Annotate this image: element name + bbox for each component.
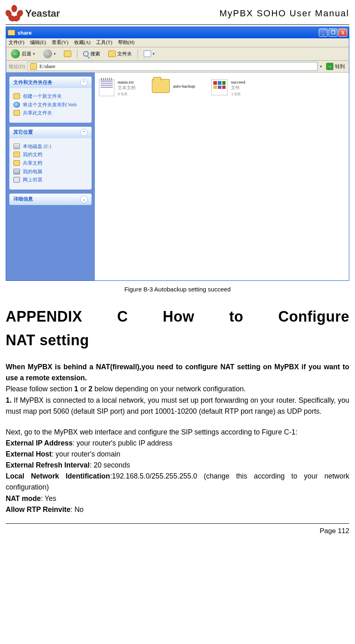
details-title: 详细信息 (13, 196, 33, 203)
file-succeed[interactable]: succeed 文件 1 KB (211, 79, 245, 97)
folder-icon (152, 79, 170, 93)
views-icon (144, 51, 151, 57)
place-network[interactable]: 网上邻居 (13, 177, 88, 183)
details-panel: 详细信息 ⌄ (9, 194, 92, 205)
places-title: 其它位置 (13, 129, 33, 136)
search-button[interactable]: 搜索 (81, 50, 103, 58)
task-new-folder[interactable]: 创建一个新文件夹 (13, 93, 88, 100)
menu-help[interactable]: 帮助(H) (118, 39, 135, 46)
places-panel: 其它位置 ⌃ 本地磁盘 (E:) 我的文档 共享文档 我的电脑 网上邻居 (9, 127, 92, 190)
page-header: Yeastar MyPBX SOHO User Manual (6, 3, 349, 24)
file-auto-backup[interactable]: auto-backup (152, 79, 195, 93)
file-size: 1 KB (231, 91, 245, 97)
minimize-button[interactable]: _ (319, 29, 328, 37)
toolbar: ← 后退 ▾ → ▾ 搜索 文件夹 ▾ (6, 47, 349, 61)
computer-icon (13, 169, 20, 174)
search-icon (83, 51, 89, 57)
back-label: 后退 (22, 51, 31, 57)
task-publish-web[interactable]: 将这个文件夹发布到 Web (13, 102, 88, 108)
file-name: auto-backup (173, 83, 195, 89)
forward-button[interactable]: → ▾ (41, 49, 58, 59)
collapse-icon[interactable]: ⌃ (80, 79, 88, 86)
expand-icon[interactable]: ⌄ (80, 196, 88, 203)
menu-view[interactable]: 查看(V) (52, 39, 68, 46)
brand-logo: Yeastar (6, 5, 60, 22)
shared-docs-icon (13, 160, 20, 166)
separator (77, 49, 77, 58)
place-my-computer[interactable]: 我的电脑 (13, 169, 88, 175)
new-folder-icon (13, 93, 20, 99)
place-shared-docs[interactable]: 共享文档 (13, 160, 88, 167)
details-header[interactable]: 详细信息 ⌄ (9, 194, 92, 205)
globe-icon (13, 102, 20, 108)
menu-tools[interactable]: 工具(T) (96, 39, 112, 46)
address-label: 地址(D) (9, 63, 25, 70)
go-button[interactable]: → 转到 (324, 62, 346, 71)
folders-icon (108, 51, 116, 57)
folders-button[interactable]: 文件夹 (106, 50, 134, 58)
go-arrow-icon: → (326, 63, 333, 70)
folder-icon (8, 30, 15, 35)
views-button[interactable]: ▾ (141, 50, 157, 58)
page-number: Page 112 (6, 524, 349, 538)
menu-bar: 文件(F) 编辑(E) 查看(V) 收藏(A) 工具(T) 帮助(H) (6, 38, 349, 47)
maximize-button[interactable]: ❐ (329, 29, 337, 37)
up-button[interactable] (61, 50, 74, 58)
chevron-down-icon: ▾ (54, 52, 56, 56)
figure-caption: Figure B-3 Autobackup setting succeed (6, 286, 349, 293)
tasks-header[interactable]: 文件和文件夹任务 ⌃ (9, 77, 92, 88)
folder-up-icon (64, 51, 71, 57)
explorer-window: share _ ❐ X 文件(F) 编辑(E) 查看(V) 收藏(A) 工具(T… (6, 26, 349, 281)
network-icon (13, 177, 20, 183)
window-title: share (18, 30, 319, 36)
task-share-folder[interactable]: 共享此文件夹 (13, 110, 88, 117)
header-rule (6, 24, 349, 25)
sidebar: 文件和文件夹任务 ⌃ 创建一个新文件夹 将这个文件夹发布到 Web 共享此文件夹… (6, 73, 95, 280)
folders-label: 文件夹 (117, 51, 132, 57)
search-label: 搜索 (90, 51, 100, 57)
appendix-heading: APPENDIX C How to Configure NAT setting (6, 305, 349, 352)
file-status-txt[interactable]: status.txt 文本文档 0 KB (99, 79, 136, 97)
file-size: 0 KB (118, 91, 136, 97)
menu-file[interactable]: 文件(F) (9, 39, 24, 46)
file-list[interactable]: status.txt 文本文档 0 KB auto-backup succeed (95, 73, 349, 280)
places-header[interactable]: 其它位置 ⌃ (9, 127, 92, 138)
address-path: E:\share (39, 64, 55, 70)
place-my-docs[interactable]: 我的文档 (13, 152, 88, 158)
flower-icon (6, 5, 23, 22)
collapse-icon[interactable]: ⌃ (80, 129, 88, 136)
place-local-disk[interactable]: 本地磁盘 (E:) (13, 143, 88, 150)
folder-icon (30, 63, 37, 70)
menu-edit[interactable]: 编辑(E) (30, 39, 46, 46)
close-button[interactable]: X (338, 29, 347, 37)
share-icon (13, 110, 20, 116)
text-file-icon (99, 79, 114, 96)
file-name: succeed (231, 79, 245, 85)
file-type: 文件 (231, 85, 245, 90)
back-button[interactable]: ← 后退 ▾ (9, 49, 37, 59)
chevron-down-icon: ▾ (153, 52, 155, 56)
address-input[interactable]: E:\share (28, 62, 318, 71)
chevron-down-icon: ▾ (33, 52, 35, 56)
generic-file-icon (211, 79, 228, 95)
disk-icon (13, 143, 20, 149)
address-bar: 地址(D) E:\share ▾ → 转到 (6, 61, 349, 73)
file-type: 文本文档 (118, 85, 136, 90)
tasks-panel: 文件和文件夹任务 ⌃ 创建一个新文件夹 将这个文件夹发布到 Web 共享此文件夹 (9, 77, 92, 123)
body-content: When MyPBX is behind a NAT(firewall),you… (6, 362, 349, 515)
brand-text: Yeastar (25, 8, 60, 19)
menu-favorites[interactable]: 收藏(A) (74, 39, 91, 46)
forward-arrow-icon: → (43, 49, 52, 58)
documents-icon (13, 152, 20, 157)
file-name: status.txt (118, 79, 136, 85)
tasks-title: 文件和文件夹任务 (13, 79, 53, 86)
back-arrow-icon: ← (11, 49, 20, 58)
window-titlebar[interactable]: share _ ❐ X (6, 27, 349, 38)
chevron-down-icon[interactable]: ▾ (320, 64, 322, 68)
document-title: MyPBX SOHO User Manual (219, 8, 349, 19)
go-label: 转到 (335, 63, 345, 70)
separator (138, 49, 138, 58)
